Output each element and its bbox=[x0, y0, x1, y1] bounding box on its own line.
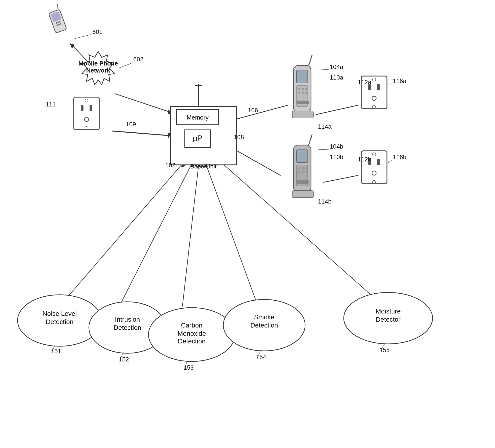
ref-116a: 116a bbox=[393, 77, 406, 84]
svg-rect-74 bbox=[297, 180, 309, 184]
ref-112b: 112b bbox=[358, 156, 371, 163]
svg-point-51 bbox=[305, 91, 307, 94]
mup-label: μP bbox=[193, 134, 202, 142]
ref-110a: 110a bbox=[330, 74, 343, 81]
svg-point-50 bbox=[302, 91, 304, 94]
intrusion-label-1: Intrusion bbox=[115, 316, 140, 323]
carbon-label-1: Carbon bbox=[181, 322, 203, 329]
ref-106: 106 bbox=[248, 107, 258, 114]
ref-114b: 114b bbox=[318, 198, 331, 205]
memory-label: Memory bbox=[187, 114, 208, 121]
ref-601: 601 bbox=[92, 28, 102, 35]
svg-point-48 bbox=[305, 88, 307, 90]
ref-114a: 114a bbox=[318, 123, 331, 130]
smoke-label-1: Smoke bbox=[254, 313, 274, 321]
svg-point-46 bbox=[298, 88, 301, 90]
smoke-label-2: Detection bbox=[250, 322, 278, 329]
ref-110b: 110b bbox=[330, 154, 343, 160]
svg-point-67 bbox=[305, 167, 307, 170]
svg-rect-63 bbox=[297, 150, 308, 163]
svg-rect-44 bbox=[297, 70, 308, 83]
ref-104b: 104b bbox=[330, 143, 343, 150]
network-label-line1: Mobile Phone bbox=[79, 60, 118, 67]
svg-point-69 bbox=[302, 171, 304, 173]
svg-rect-58 bbox=[377, 84, 380, 90]
ref-112a: 112a bbox=[358, 79, 371, 86]
ref-109: 109 bbox=[126, 121, 136, 128]
carbon-label-3: Detection bbox=[178, 337, 206, 345]
base-unit-label: Base Unit bbox=[190, 163, 217, 170]
svg-rect-38 bbox=[81, 105, 83, 111]
svg-point-49 bbox=[298, 91, 301, 94]
ref-116b: 116b bbox=[393, 154, 406, 160]
noise-level-label-2: Detection bbox=[46, 318, 73, 325]
ref-111: 111 bbox=[46, 101, 56, 108]
network-label-line2: Network bbox=[86, 67, 110, 74]
svg-point-47 bbox=[302, 88, 304, 90]
ref-602: 602 bbox=[133, 56, 143, 63]
svg-rect-55 bbox=[297, 101, 309, 104]
svg-rect-54 bbox=[292, 111, 313, 118]
ref-153: 153 bbox=[184, 364, 193, 371]
noise-level-label-1: Noise Level bbox=[42, 310, 77, 317]
svg-point-66 bbox=[302, 167, 304, 170]
svg-rect-77 bbox=[377, 159, 380, 165]
svg-rect-0 bbox=[0, 0, 495, 448]
svg-point-65 bbox=[298, 167, 301, 170]
carbon-label-2: Monoxide bbox=[178, 330, 206, 337]
intrusion-label-2: Detection bbox=[114, 324, 141, 331]
svg-rect-39 bbox=[90, 105, 92, 111]
ref-104a: 104a bbox=[330, 63, 343, 70]
ref-102: 102 bbox=[165, 162, 175, 169]
moisture-label-1: Moisture bbox=[375, 308, 400, 315]
ref-108: 108 bbox=[234, 134, 244, 140]
moisture-label-2: Detector bbox=[376, 316, 400, 323]
svg-point-70 bbox=[305, 171, 307, 173]
svg-point-68 bbox=[298, 171, 301, 173]
svg-rect-73 bbox=[292, 191, 313, 198]
